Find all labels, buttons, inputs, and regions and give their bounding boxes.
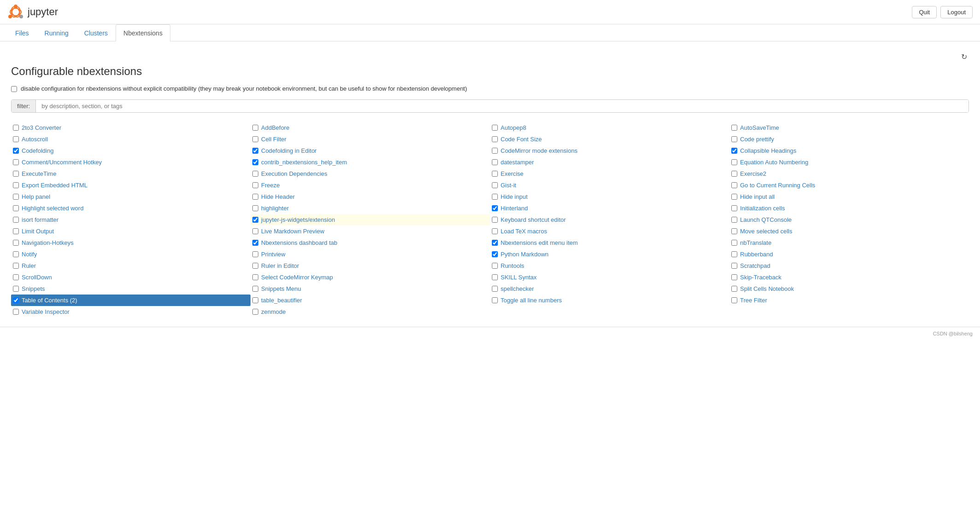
ext-checkbox[interactable] <box>492 182 498 188</box>
ext-checkbox[interactable] <box>492 240 498 246</box>
ext-checkbox[interactable] <box>731 274 737 280</box>
ext-link[interactable]: AddBefore <box>261 124 289 131</box>
ext-link[interactable]: Notify <box>22 251 37 258</box>
ext-checkbox[interactable] <box>252 263 258 269</box>
ext-link[interactable]: Export Embedded HTML <box>22 182 88 189</box>
ext-item[interactable]: ScrollDown <box>11 272 251 283</box>
ext-item[interactable]: AddBefore <box>251 122 490 133</box>
ext-link[interactable]: Launch QTConsole <box>740 216 792 223</box>
ext-checkbox[interactable] <box>13 297 19 303</box>
quit-button[interactable]: Quit <box>912 6 937 18</box>
ext-link[interactable]: 2to3 Converter <box>22 124 61 131</box>
ext-link[interactable]: table_beautifier <box>261 297 302 304</box>
ext-item[interactable]: spellchecker <box>490 283 729 295</box>
ext-item[interactable]: AutoSaveTime <box>729 122 969 133</box>
ext-item[interactable]: Snippets Menu <box>251 283 490 295</box>
ext-checkbox[interactable] <box>731 297 737 303</box>
ext-item[interactable]: Load TeX macros <box>490 225 729 237</box>
ext-checkbox[interactable] <box>13 205 19 211</box>
ext-item[interactable]: Move selected cells <box>729 225 969 237</box>
ext-link[interactable]: Live Markdown Preview <box>261 228 324 235</box>
ext-item[interactable]: isort formatter <box>11 214 251 225</box>
ext-checkbox[interactable] <box>252 228 258 234</box>
ext-link[interactable]: Skip-Traceback <box>740 274 782 281</box>
ext-link[interactable]: spellchecker <box>501 285 534 292</box>
ext-checkbox[interactable] <box>252 251 258 257</box>
ext-item[interactable]: Comment/Uncomment Hotkey <box>11 156 251 168</box>
ext-checkbox[interactable] <box>13 263 19 269</box>
ext-checkbox[interactable] <box>252 148 258 154</box>
ext-checkbox[interactable] <box>13 148 19 154</box>
ext-item[interactable]: Scratchpad <box>729 260 969 272</box>
ext-checkbox[interactable] <box>731 217 737 223</box>
tab-clusters[interactable]: Clusters <box>76 24 116 41</box>
ext-checkbox[interactable] <box>13 159 19 165</box>
ext-link[interactable]: Table of Contents (2) <box>22 297 77 304</box>
ext-checkbox[interactable] <box>492 217 498 223</box>
ext-item[interactable]: Help panel <box>11 191 251 202</box>
ext-item[interactable]: table_beautifier <box>251 295 490 306</box>
ext-checkbox[interactable] <box>13 286 19 292</box>
ext-checkbox[interactable] <box>252 297 258 303</box>
ext-checkbox[interactable] <box>492 286 498 292</box>
ext-link[interactable]: Equation Auto Numbering <box>740 159 808 166</box>
ext-item[interactable]: Runtools <box>490 260 729 272</box>
ext-item[interactable]: 2to3 Converter <box>11 122 251 133</box>
ext-item[interactable]: Split Cells Notebook <box>729 283 969 295</box>
ext-link[interactable]: Snippets <box>22 285 45 292</box>
ext-item[interactable]: Nbextensions edit menu item <box>490 237 729 248</box>
ext-item[interactable]: Export Embedded HTML <box>11 179 251 191</box>
ext-checkbox[interactable] <box>252 240 258 246</box>
ext-link[interactable]: datestamper <box>501 159 534 166</box>
ext-item[interactable]: Codefolding in Editor <box>251 145 490 156</box>
ext-link[interactable]: Freeze <box>261 182 280 189</box>
ext-link[interactable]: Navigation-Hotkeys <box>22 239 74 246</box>
ext-item[interactable]: contrib_nbextensions_help_item <box>251 156 490 168</box>
ext-checkbox[interactable] <box>252 171 258 177</box>
ext-checkbox[interactable] <box>252 136 258 142</box>
ext-item[interactable]: nbTranslate <box>729 237 969 248</box>
ext-item[interactable]: Snippets <box>11 283 251 295</box>
ext-link[interactable]: Nbextensions edit menu item <box>501 239 578 246</box>
ext-link[interactable]: Select CodeMirror Keymap <box>261 274 333 281</box>
ext-link[interactable]: Code Font Size <box>501 136 542 143</box>
ext-link[interactable]: Autopep8 <box>501 124 526 131</box>
ext-link[interactable]: highlighter <box>261 205 289 212</box>
ext-checkbox[interactable] <box>13 251 19 257</box>
ext-checkbox[interactable] <box>731 171 737 177</box>
ext-checkbox[interactable] <box>492 205 498 211</box>
ext-link[interactable]: Rubberband <box>740 251 773 258</box>
ext-checkbox[interactable] <box>731 182 737 188</box>
ext-checkbox[interactable] <box>13 171 19 177</box>
refresh-button[interactable]: ↻ <box>959 51 969 63</box>
ext-checkbox[interactable] <box>492 228 498 234</box>
ext-checkbox[interactable] <box>252 125 258 131</box>
ext-link[interactable]: jupyter-js-widgets/extension <box>261 216 335 223</box>
ext-item[interactable]: Toggle all line numbers <box>490 295 729 306</box>
ext-link[interactable]: Split Cells Notebook <box>740 285 794 292</box>
ext-item[interactable]: highlighter <box>251 202 490 214</box>
ext-checkbox[interactable] <box>731 228 737 234</box>
ext-link[interactable]: Tree Filter <box>740 297 767 304</box>
ext-link[interactable]: contrib_nbextensions_help_item <box>261 159 347 166</box>
ext-link[interactable]: Comment/Uncomment Hotkey <box>22 159 102 166</box>
ext-link[interactable]: Go to Current Running Cells <box>740 182 815 189</box>
ext-checkbox[interactable] <box>13 217 19 223</box>
ext-item[interactable]: CodeMirror mode extensions <box>490 145 729 156</box>
ext-checkbox[interactable] <box>731 194 737 200</box>
ext-item[interactable]: Ruler in Editor <box>251 260 490 272</box>
ext-item[interactable]: Ruler <box>11 260 251 272</box>
ext-item[interactable]: Nbextensions dashboard tab <box>251 237 490 248</box>
ext-checkbox[interactable] <box>731 159 737 165</box>
ext-link[interactable]: Autoscroll <box>22 136 48 143</box>
ext-link[interactable]: Collapsible Headings <box>740 147 796 154</box>
ext-checkbox[interactable] <box>13 182 19 188</box>
ext-item[interactable]: Variable Inspector <box>11 306 251 318</box>
ext-item[interactable]: Live Markdown Preview <box>251 225 490 237</box>
ext-item[interactable]: Table of Contents (2) <box>11 295 251 306</box>
ext-link[interactable]: Printview <box>261 251 286 258</box>
ext-link[interactable]: Hide input <box>501 193 528 200</box>
ext-link[interactable]: Keyboard shortcut editor <box>501 216 566 223</box>
ext-checkbox[interactable] <box>492 194 498 200</box>
ext-link[interactable]: Limit Output <box>22 228 54 235</box>
